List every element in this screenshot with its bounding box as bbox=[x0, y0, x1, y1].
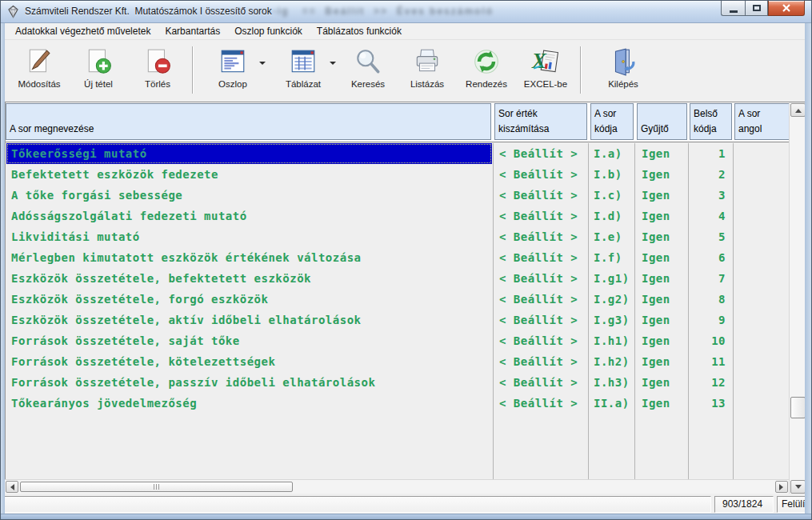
oszlop-dropdown-arrow-icon[interactable] bbox=[259, 62, 266, 68]
row-beallit-button[interactable]: < Beállít > bbox=[495, 351, 587, 372]
row-beallit-button[interactable]: < Beállít > bbox=[495, 185, 587, 206]
maximize-button[interactable] bbox=[745, 1, 768, 16]
scroll-right-button[interactable] bbox=[775, 481, 788, 493]
record-counter: 903/1824 bbox=[714, 496, 774, 513]
minimize-button[interactable] bbox=[721, 1, 745, 16]
column-header-gyujto[interactable]: Gyűjtő bbox=[637, 103, 687, 140]
row-name-cell[interactable]: Adósságszolgálati fedezeti mutató bbox=[6, 206, 492, 226]
row-name-cell[interactable]: Likviditási mutató bbox=[6, 226, 492, 247]
close-button[interactable] bbox=[768, 1, 805, 16]
printer-icon bbox=[413, 47, 442, 76]
torles-button[interactable]: Törlés bbox=[128, 40, 187, 102]
row-beallit-button[interactable]: < Beállít > bbox=[495, 226, 587, 247]
row-english-cell bbox=[734, 393, 789, 414]
listazas-button[interactable]: Listázás bbox=[398, 40, 457, 102]
status-message-field bbox=[4, 496, 711, 513]
table-row[interactable]: Eszközök összetétele, aktív időbeli elha… bbox=[6, 310, 789, 330]
scroll-up-button[interactable] bbox=[790, 103, 806, 117]
row-collector-cell: Igen bbox=[637, 164, 687, 185]
table-row[interactable]: Eszközök összetétele, befektetett eszköz… bbox=[6, 268, 789, 289]
menu-karbantartas[interactable]: Karbantartás bbox=[158, 23, 227, 39]
row-name-cell[interactable]: Eszközök összetétele, aktív időbeli elha… bbox=[6, 310, 492, 330]
row-name-cell[interactable]: A tőke forgási sebessége bbox=[6, 185, 492, 206]
table-row[interactable]: Befektetett eszközök fedezete < Beállít … bbox=[6, 164, 789, 185]
uj-tetel-button[interactable]: Új tétel bbox=[69, 40, 128, 102]
oszlop-button[interactable]: Oszlop bbox=[198, 40, 268, 102]
column-header-sor-ertek-kiszamitasa[interactable]: Sor érték kiszámítása bbox=[494, 103, 587, 140]
kereses-button[interactable]: Keresés bbox=[338, 40, 398, 102]
row-code-cell: I.d) bbox=[590, 206, 634, 226]
row-name-cell[interactable]: Befektetett eszközök fedezete bbox=[6, 164, 492, 185]
titlebar[interactable]: Számviteli Rendszer Kft. Mutatószámok I … bbox=[1, 1, 811, 23]
column-header-a-sor-kodja[interactable]: A sor kódja bbox=[590, 103, 634, 140]
kilepes-button[interactable]: Kilépés bbox=[594, 40, 653, 102]
rendezes-button[interactable]: Rendezés bbox=[457, 40, 516, 102]
row-name-cell[interactable]: Tőkearányos jövedelmezőség bbox=[6, 393, 492, 414]
search-icon bbox=[354, 47, 382, 76]
arrow-left-icon bbox=[7, 484, 14, 490]
table-row[interactable]: A tőke forgási sebessége < Beállít > I.c… bbox=[6, 185, 789, 206]
scroll-left-button[interactable] bbox=[6, 481, 18, 493]
row-beallit-button[interactable]: < Beállít > bbox=[495, 310, 587, 330]
column-header-sor-megnevezese[interactable]: A sor megnevezése bbox=[6, 103, 491, 140]
table-row[interactable]: Likviditási mutató < Beállít > I.e) Igen… bbox=[6, 226, 789, 247]
row-collector-cell: Igen bbox=[637, 247, 687, 268]
table-row[interactable]: Eszközök összetétele, forgó eszközök < B… bbox=[6, 289, 789, 310]
toolbar-label: Kilépés bbox=[608, 79, 638, 89]
horizontal-scroll-thumb[interactable] bbox=[20, 482, 293, 492]
horizontal-scrollbar[interactable] bbox=[5, 479, 789, 494]
row-beallit-button[interactable]: < Beállít > bbox=[495, 393, 587, 414]
tablazat-dropdown-arrow-icon[interactable] bbox=[330, 62, 336, 68]
table-row[interactable]: Mérlegben kimutatott eszközök értékének … bbox=[6, 247, 789, 268]
row-beallit-button[interactable]: < Beállít > bbox=[495, 164, 587, 185]
minimize-icon bbox=[730, 10, 738, 13]
row-english-cell bbox=[734, 164, 789, 185]
row-beallit-button[interactable]: < Beállít > bbox=[495, 247, 587, 268]
table-row[interactable]: Adósságszolgálati fedezeti mutató < Beál… bbox=[6, 206, 789, 226]
row-name-cell[interactable]: Mérlegben kimutatott eszközök értékének … bbox=[6, 247, 492, 268]
menu-oszlop-funkciok[interactable]: Oszlop funkciók bbox=[227, 23, 310, 39]
row-code-cell: I.b) bbox=[590, 164, 634, 185]
row-beallit-button[interactable]: < Beállít > bbox=[495, 372, 587, 393]
row-name-cell[interactable]: Források összetétele, saját tőke bbox=[6, 330, 492, 351]
table-row[interactable]: Források összetétele, kötelezettségek < … bbox=[6, 351, 789, 372]
excel-icon: X bbox=[531, 47, 560, 76]
row-name-cell[interactable]: Források összetétele, kötelezettségek bbox=[6, 351, 492, 372]
menu-adatokkal[interactable]: Adatokkal végezhető műveletek bbox=[8, 23, 158, 39]
row-name-cell[interactable]: Források összetétele, passzív időbeli el… bbox=[6, 372, 492, 393]
toolbar-label: Listázás bbox=[410, 79, 444, 89]
column-header-a-sor-angol[interactable]: A sor angol bbox=[734, 103, 790, 140]
row-beallit-button[interactable]: < Beállít > bbox=[495, 206, 587, 226]
row-collector-cell: Igen bbox=[637, 185, 687, 206]
vertical-scroll-thumb[interactable] bbox=[790, 397, 806, 418]
table-row[interactable]: Tőkearányos jövedelmezőség < Beállít > I… bbox=[6, 393, 789, 414]
table-row[interactable]: Tőkeerősségi mutató < Beállít > I.a) Ige… bbox=[6, 143, 789, 164]
table-row[interactable]: Források összetétele, saját tőke < Beáll… bbox=[6, 330, 789, 351]
column-header-belso-kodja[interactable]: Belső kódja bbox=[690, 103, 732, 140]
vertical-scrollbar[interactable] bbox=[789, 103, 806, 494]
row-name-cell[interactable]: Eszközök összetétele, befektetett eszköz… bbox=[6, 268, 492, 289]
row-name-cell[interactable]: Tőkeerősségi mutató bbox=[6, 143, 492, 164]
scroll-down-button[interactable] bbox=[790, 480, 806, 494]
row-english-cell bbox=[734, 268, 789, 289]
row-code-cell: I.g3) bbox=[590, 310, 634, 330]
row-name-cell[interactable]: Eszközök összetétele, forgó eszközök bbox=[6, 289, 492, 310]
row-beallit-button[interactable]: < Beállít > bbox=[495, 289, 587, 310]
row-internal-code-cell: 7 bbox=[690, 268, 732, 289]
toolbar-label: Rendezés bbox=[466, 79, 507, 89]
row-beallit-button[interactable]: < Beállít > bbox=[495, 330, 587, 351]
row-collector-cell: Igen bbox=[637, 330, 687, 351]
row-beallit-button[interactable]: < Beállít > bbox=[495, 268, 587, 289]
menubar: Adatokkal végezhető műveletek Karbantart… bbox=[5, 23, 805, 40]
modositas-button[interactable]: Módosítás bbox=[10, 40, 69, 102]
row-code-cell: I.e) bbox=[590, 226, 634, 247]
sort-refresh-icon bbox=[472, 47, 501, 76]
excel-be-button[interactable]: X EXCEL-be bbox=[516, 40, 575, 102]
toolbar-separator bbox=[580, 46, 581, 94]
row-beallit-button[interactable]: < Beállít > bbox=[495, 143, 587, 164]
toolbar-label: Törlés bbox=[145, 79, 170, 89]
table-row[interactable]: Források összetétele, passzív időbeli el… bbox=[6, 372, 789, 393]
tablazat-button[interactable]: Táblázat bbox=[268, 40, 338, 102]
grid-body[interactable]: Tőkeerősségi mutató < Beállít > I.a) Ige… bbox=[6, 143, 789, 479]
menu-tablazatos-funkciok[interactable]: Táblázatos funkciók bbox=[310, 23, 409, 39]
